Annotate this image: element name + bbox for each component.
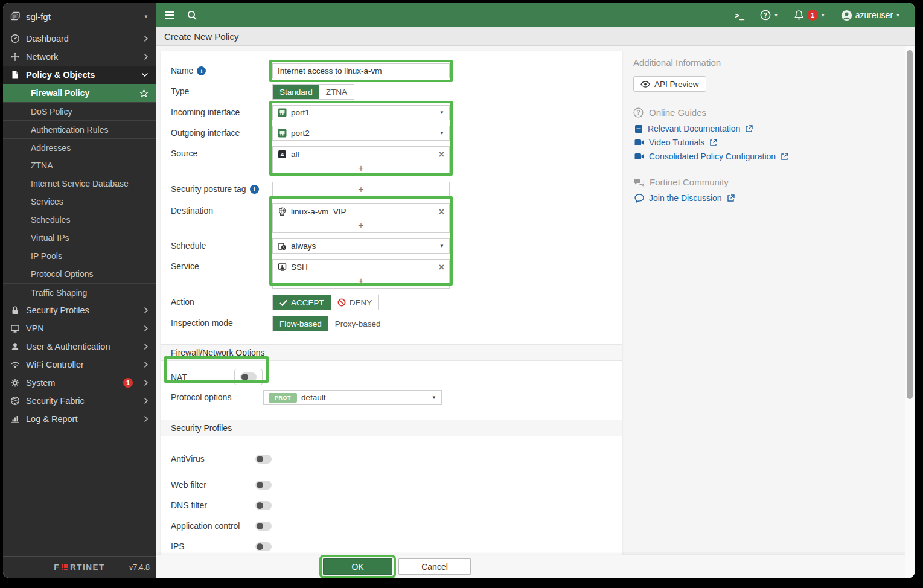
action-deny-button[interactable]: DENY xyxy=(331,295,379,310)
sidebar-item-log-report[interactable]: Log & Report xyxy=(3,410,156,428)
fortinet-logo: F RTINET xyxy=(54,563,105,572)
lock-icon xyxy=(10,305,20,315)
cli-console-icon[interactable]: >_ xyxy=(735,11,744,20)
content-area: Namei Type Standard ZTNA Incoming interf… xyxy=(156,46,915,578)
sidebar-item-authentication-rules[interactable]: Authentication Rules xyxy=(3,120,156,138)
ok-button[interactable]: OK xyxy=(323,558,392,575)
remove-icon[interactable]: × xyxy=(439,150,444,159)
breadcrumb: Create New Policy xyxy=(156,27,915,46)
type-ztna-button[interactable]: ZTNA xyxy=(319,85,354,99)
sidebar-item-user-authentication[interactable]: User & Authentication xyxy=(3,337,156,356)
sidebar-item-label: Authentication Rules xyxy=(31,125,108,135)
sidebar-item-label: System xyxy=(26,378,55,388)
remove-icon[interactable]: × xyxy=(439,207,444,217)
wifi-icon xyxy=(10,360,20,369)
selected-value: port2 xyxy=(291,129,310,138)
antivirus-toggle[interactable] xyxy=(255,455,272,464)
page-title: Create New Policy xyxy=(164,31,238,42)
add-posture-tag-button[interactable]: + xyxy=(273,182,449,197)
sidebar-item-services[interactable]: Services xyxy=(3,193,156,211)
section-title: Firewall/Network Options xyxy=(171,348,265,357)
sidebar-item-vpn[interactable]: VPN xyxy=(3,319,156,337)
chevron-right-icon xyxy=(144,53,149,60)
inspection-proxy-button[interactable]: Proxy-based xyxy=(328,316,388,331)
destination-entry[interactable]: linux-a-vm_VIP × xyxy=(273,204,449,219)
sidebar-item-system[interactable]: System 1 xyxy=(3,374,156,392)
vdom-selector[interactable]: sgl-fgt ▼ xyxy=(3,3,156,30)
search-icon[interactable] xyxy=(187,10,197,21)
sidebar-item-addresses[interactable]: Addresses xyxy=(3,138,156,156)
nat-toggle[interactable] xyxy=(234,369,263,385)
section-firewall-network-options: Firewall/Network Options xyxy=(161,344,622,361)
help-menu[interactable]: ? ▼ xyxy=(760,10,778,21)
source-entry[interactable]: 4 all × xyxy=(273,147,449,162)
move-arrows-icon xyxy=(10,52,20,62)
sidebar-item-virtual-ips[interactable]: Virtual IPs xyxy=(3,229,156,247)
sidebar-item-firewall-policy[interactable]: Firewall Policy xyxy=(3,84,156,102)
question-circle-icon: ? xyxy=(633,107,644,118)
gauge-icon xyxy=(10,34,20,43)
sidebar-item-security-fabric[interactable]: Security Fabric xyxy=(3,392,156,410)
inspection-flow-button[interactable]: Flow-based xyxy=(273,316,328,331)
add-destination-button[interactable]: + xyxy=(273,219,449,232)
selected-value: port1 xyxy=(291,108,310,117)
field-label: Protocol options xyxy=(171,392,231,402)
star-icon[interactable] xyxy=(139,89,149,98)
form-row-name: Namei xyxy=(171,63,622,78)
info-icon[interactable]: i xyxy=(197,66,206,75)
cancel-button[interactable]: Cancel xyxy=(398,558,471,575)
sidebar-item-ip-pools[interactable]: IP Pools xyxy=(3,247,156,265)
sidebar-item-label: WiFi Controller xyxy=(26,360,84,369)
user-menu[interactable]: azureuser ▼ xyxy=(841,10,900,21)
chevron-expanded-icon xyxy=(141,72,149,77)
form-row-destination: Destination linux-a-vm_VIP × + xyxy=(171,203,622,233)
outgoing-interface-select[interactable]: port2 ▼ xyxy=(272,126,450,141)
link-join-the-discussion[interactable]: Join the Discussion xyxy=(634,193,893,203)
link-relevant-documentation[interactable]: Relevant Documentation xyxy=(634,124,893,133)
form-row-dns-filter: DNS filter xyxy=(171,495,622,516)
sidebar-item-security-profiles[interactable]: Security Profiles xyxy=(3,301,156,319)
chat-bubbles-icon xyxy=(633,178,644,187)
sidebar-footer: F RTINET v7.4.8 xyxy=(3,556,156,578)
schedule-select[interactable]: always ▼ xyxy=(272,238,450,254)
sidebar-item-policy-objects[interactable]: Policy & Objects xyxy=(3,66,156,84)
info-icon[interactable]: i xyxy=(250,185,259,194)
scrollbar-thumb[interactable] xyxy=(907,50,913,399)
service-entry[interactable]: SSH × xyxy=(273,260,449,275)
scrollbar-track[interactable] xyxy=(905,46,915,578)
sidebar-item-wifi-controller[interactable]: WiFi Controller xyxy=(3,356,156,374)
dns-filter-toggle[interactable] xyxy=(255,501,272,510)
policy-document-icon xyxy=(10,70,20,80)
link-video-tutorials[interactable]: Video Tutorials xyxy=(634,138,893,147)
bar-chart-icon xyxy=(10,414,20,424)
ips-toggle[interactable] xyxy=(255,542,272,551)
hamburger-menu-icon[interactable] xyxy=(164,11,175,19)
web-filter-toggle[interactable] xyxy=(255,481,272,490)
action-accept-button[interactable]: ACCEPT xyxy=(273,295,331,310)
sidebar-item-label: Policy & Objects xyxy=(26,70,95,80)
add-service-button[interactable]: + xyxy=(273,275,449,288)
sidebar-item-dashboard[interactable]: Dashboard xyxy=(3,30,156,48)
name-input[interactable] xyxy=(272,63,450,78)
sidebar-item-dos-policy[interactable]: DoS Policy xyxy=(3,102,156,120)
entry-label: all xyxy=(291,150,299,159)
chevron-right-icon xyxy=(144,307,149,314)
api-preview-button[interactable]: API Preview xyxy=(633,76,706,92)
entry-label: SSH xyxy=(291,263,308,272)
notifications-menu[interactable]: 1 ▼ xyxy=(794,10,825,21)
type-standard-button[interactable]: Standard xyxy=(273,85,319,99)
sidebar-item-label: Log & Report xyxy=(26,414,77,424)
protocol-options-select[interactable]: PROT default ▼ xyxy=(263,390,442,405)
application-control-toggle[interactable] xyxy=(255,522,272,531)
add-source-button[interactable]: + xyxy=(273,162,449,175)
link-consolidated-policy-configuration[interactable]: Consolidated Policy Configuration xyxy=(634,152,893,161)
sidebar-item-protocol-options[interactable]: Protocol Options xyxy=(3,265,156,283)
sidebar-item-ztna[interactable]: ZTNA xyxy=(3,156,156,174)
form-row-nat: NAT xyxy=(171,369,622,385)
remove-icon[interactable]: × xyxy=(439,263,444,272)
sidebar-item-internet-service-database[interactable]: Internet Service Database xyxy=(3,174,156,193)
incoming-interface-select[interactable]: port1 ▼ xyxy=(272,105,450,120)
sidebar-item-traffic-shaping[interactable]: Traffic Shaping xyxy=(3,283,156,301)
sidebar-item-schedules[interactable]: Schedules xyxy=(3,211,156,229)
sidebar-item-network[interactable]: Network xyxy=(3,48,156,66)
